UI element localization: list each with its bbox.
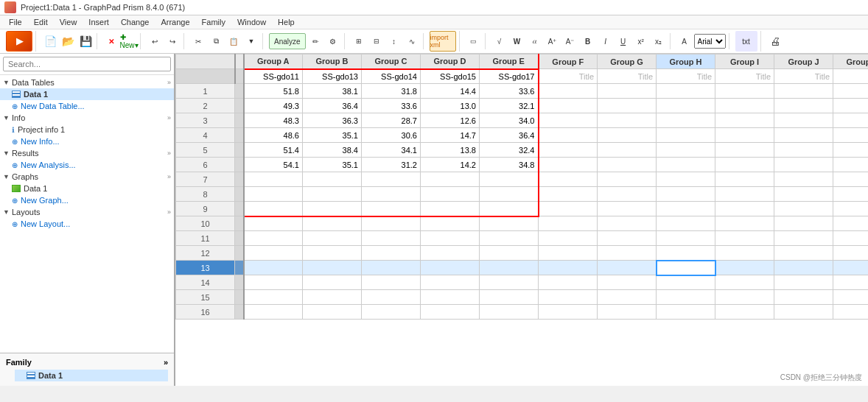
data-tables-header[interactable]: ▼ Data Tables » [0, 77, 174, 88]
cell-10D[interactable] [421, 216, 480, 231]
delete-btn[interactable]: ✕ [103, 33, 119, 49]
cell-7G[interactable] [598, 172, 657, 187]
cell-3E[interactable]: 34.0 [480, 113, 539, 128]
cell-12J[interactable] [774, 246, 833, 261]
cell-11I[interactable] [715, 231, 774, 246]
cell-9E[interactable] [480, 202, 539, 216]
cell-6A[interactable]: 54.1 [244, 158, 303, 172]
cell-15C[interactable] [362, 290, 421, 305]
cell-8F[interactable] [539, 187, 598, 202]
cell-13K[interactable] [833, 261, 869, 275]
cell-14H[interactable] [657, 275, 715, 290]
cell-2C[interactable]: 33.6 [362, 99, 421, 113]
cell-4B[interactable]: 35.1 [303, 128, 362, 143]
cell-8E[interactable] [480, 187, 539, 202]
cell-15K[interactable] [833, 290, 869, 305]
cell-9F[interactable] [539, 202, 598, 216]
cell-8D[interactable] [421, 187, 480, 202]
cell-7J[interactable] [774, 172, 833, 187]
cell-11D[interactable] [421, 231, 480, 246]
cell-2B[interactable]: 36.4 [303, 99, 362, 113]
cell-6E[interactable]: 34.8 [480, 158, 539, 172]
save-btn[interactable]: 💾 [77, 33, 94, 49]
graph-item-1[interactable]: Data 1 [0, 183, 174, 194]
open-btn[interactable]: 📂 [60, 33, 76, 49]
cell-12A[interactable] [244, 246, 303, 261]
info-header[interactable]: ▼ Info » [0, 112, 174, 124]
cell-5D[interactable]: 13.8 [421, 143, 480, 158]
cell-9J[interactable] [774, 202, 833, 216]
cell-14J[interactable] [774, 275, 833, 290]
sqrt-btn[interactable]: √ [491, 33, 508, 49]
cell-4I[interactable] [715, 128, 774, 143]
cell-15J[interactable] [774, 290, 833, 305]
cell-3J[interactable] [774, 113, 833, 128]
cell-6F[interactable] [539, 158, 598, 172]
menu-window[interactable]: Window [231, 16, 272, 28]
cell-16K[interactable] [833, 305, 869, 320]
font-smaller-btn[interactable]: A⁻ [562, 33, 578, 49]
cell-6B[interactable]: 35.1 [303, 158, 362, 172]
cell-2E[interactable]: 32.1 [480, 99, 539, 113]
menu-insert[interactable]: Insert [83, 16, 115, 28]
cell-9G[interactable] [598, 202, 657, 216]
cell-11F[interactable] [539, 231, 598, 246]
cell-8A[interactable] [244, 187, 303, 202]
cell-6G[interactable] [598, 158, 657, 172]
cell-4J[interactable] [774, 128, 833, 143]
spreadsheet[interactable]: Group A Group B Group C Group D Group E … [175, 54, 868, 386]
cell-15F[interactable] [539, 290, 598, 305]
cell-15E[interactable] [480, 290, 539, 305]
menu-edit[interactable]: Edit [28, 16, 54, 28]
family-header[interactable]: Family » [3, 356, 171, 368]
wave-btn[interactable]: ∿ [404, 33, 420, 49]
cell-12F[interactable] [539, 246, 598, 261]
cell-10E[interactable] [480, 216, 539, 231]
col-header-K[interactable]: Group K [833, 54, 869, 69]
cell-10I[interactable] [715, 216, 774, 231]
cell-13J[interactable] [774, 261, 833, 275]
cell-6I[interactable] [715, 158, 774, 172]
cell-10G[interactable] [598, 216, 657, 231]
col-header-A[interactable]: Group A [244, 54, 303, 69]
new-graph-item[interactable]: ⊕ New Graph... [0, 194, 174, 206]
cell-12E[interactable] [480, 246, 539, 261]
cell-7D[interactable] [421, 172, 480, 187]
cell-16D[interactable] [421, 305, 480, 320]
new-item-btn[interactable]: ✚ New▾ [121, 33, 137, 49]
menu-family[interactable]: Family [196, 16, 231, 28]
cell-1F[interactable] [539, 84, 598, 99]
menu-change[interactable]: Change [115, 16, 155, 28]
cell-5G[interactable] [598, 143, 657, 158]
cell-13G[interactable] [598, 261, 657, 275]
cell-4H[interactable] [657, 128, 715, 143]
sort-btn[interactable]: ↕ [386, 33, 402, 49]
cell-4K[interactable] [833, 128, 869, 143]
cell-14D[interactable] [421, 275, 480, 290]
cell-8C[interactable] [362, 187, 421, 202]
cell-10K[interactable] [833, 216, 869, 231]
cell-2K[interactable] [833, 99, 869, 113]
cell-2G[interactable] [598, 99, 657, 113]
cell-6C[interactable]: 31.2 [362, 158, 421, 172]
underline-btn[interactable]: U [615, 33, 631, 49]
cell-5A[interactable]: 51.4 [244, 143, 303, 158]
cell-2D[interactable]: 13.0 [421, 99, 480, 113]
data-table-item-1[interactable]: Data 1 [0, 88, 174, 100]
cell-13D[interactable] [421, 261, 480, 275]
undo-btn[interactable]: ↩ [147, 33, 163, 49]
cell-1H[interactable] [657, 84, 715, 99]
cell-15B[interactable] [303, 290, 362, 305]
cell-7H[interactable] [657, 172, 715, 187]
cell-9A[interactable] [244, 202, 303, 216]
cell-12I[interactable] [715, 246, 774, 261]
cell-2I[interactable] [715, 99, 774, 113]
font-family-select[interactable]: Arial [694, 34, 726, 49]
cell-9K[interactable] [833, 202, 869, 216]
cell-4D[interactable]: 14.7 [421, 128, 480, 143]
cell-2J[interactable] [774, 99, 833, 113]
cell-5F[interactable] [539, 143, 598, 158]
cell-6J[interactable] [774, 158, 833, 172]
menu-arrange[interactable]: Arrange [155, 16, 195, 28]
subscript-btn[interactable]: x₂ [651, 33, 667, 49]
